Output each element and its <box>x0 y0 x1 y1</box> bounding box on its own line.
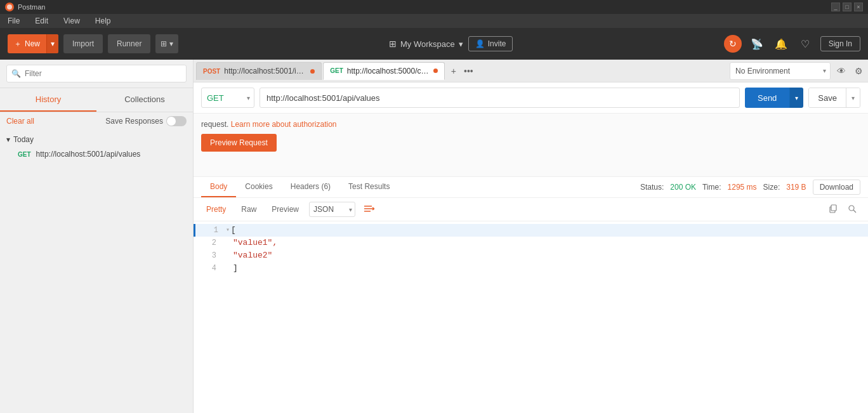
history-section: ▾ Today GET http://localhost:5001/api/va… <box>0 130 193 164</box>
response-tab-headers[interactable]: Headers (6) <box>282 177 339 197</box>
grid-icon: ⊞ <box>389 39 397 49</box>
more-tabs-button[interactable]: ••• <box>461 65 476 77</box>
runner-button[interactable]: Runner <box>108 34 150 53</box>
copy-icon-button[interactable] <box>825 203 841 216</box>
sign-in-button[interactable]: Sign In <box>820 36 860 51</box>
minimize-btn[interactable]: _ <box>831 3 840 11</box>
env-eye-button[interactable]: 👁 <box>834 65 848 77</box>
save-dropdown-button[interactable]: ▾ <box>846 88 860 107</box>
today-label: Today <box>13 135 34 144</box>
satellite-icon[interactable]: 📡 <box>748 35 766 53</box>
response-tab-test-results[interactable]: Test Results <box>339 177 398 197</box>
format-raw-button[interactable]: Raw <box>236 202 261 216</box>
send-button[interactable]: Send <box>745 88 789 108</box>
code-content-2: "value1", <box>233 237 277 249</box>
code-line-4: 4 ] <box>194 262 868 275</box>
chevron-down-icon: ▾ <box>6 135 10 144</box>
notification-icon[interactable]: 🔔 <box>772 35 790 53</box>
method-select-wrap: GET POST PUT DELETE ▾ <box>201 88 254 108</box>
format-pretty-button[interactable]: Pretty <box>201 202 231 216</box>
time-label: Time: <box>702 183 721 192</box>
svg-rect-5 <box>831 205 836 211</box>
clear-all-button[interactable]: Clear all <box>6 117 34 126</box>
response-tabs-left: Body Cookies Headers (6) Test Results <box>201 177 398 197</box>
today-header[interactable]: ▾ Today <box>6 133 187 147</box>
menu-help[interactable]: Help <box>93 15 114 27</box>
code-content-3: "value2" <box>233 249 272 262</box>
wrap-icon-button[interactable] <box>360 203 378 216</box>
menu-edit[interactable]: Edit <box>32 15 51 27</box>
expand-icon-1[interactable]: ▾ <box>226 224 230 237</box>
line-num-1: 1 <box>201 224 218 237</box>
env-gear-button[interactable]: ⚙ <box>852 65 865 77</box>
title-bar-left: Postman <box>5 3 45 11</box>
plus-icon: ＋ <box>14 39 22 49</box>
sync-icon[interactable]: ↻ <box>724 35 742 53</box>
tab-method-get: GET <box>330 67 343 74</box>
history-url: http://localhost:5001/api/values <box>36 150 141 159</box>
history-item[interactable]: GET http://localhost:5001/api/values <box>6 147 187 162</box>
env-chevron-icon: ▾ <box>819 67 830 74</box>
auth-text: request. <box>201 120 228 129</box>
line-num-3: 3 <box>199 249 216 262</box>
save-responses-toggle-label: Save Responses <box>105 116 187 126</box>
response-tab-body[interactable]: Body <box>201 177 236 197</box>
response-tabs-bar: Body Cookies Headers (6) Test Results St… <box>194 177 868 198</box>
format-preview-button[interactable]: Preview <box>266 202 304 216</box>
learn-more-link[interactable]: Learn more about authorization <box>231 120 337 129</box>
title-bar: Postman _ □ × <box>0 0 868 14</box>
time-value: 1295 ms <box>728 183 757 192</box>
line-num-4: 4 <box>199 262 216 275</box>
new-btn-arrow[interactable]: ▾ <box>46 34 58 53</box>
method-select[interactable]: GET POST PUT DELETE <box>202 93 243 103</box>
svg-point-6 <box>849 206 854 211</box>
new-btn-main: ＋ New <box>8 39 46 49</box>
status-label: Status: <box>640 183 664 192</box>
auth-notice: request. Learn more about authorization <box>201 120 860 129</box>
search-icon: 🔍 <box>11 69 21 78</box>
window-controls[interactable]: _ □ × <box>831 3 863 11</box>
request-tab-2[interactable]: GET http://localhost:5000/connect/to <box>323 62 445 80</box>
add-tab-button[interactable]: + <box>449 65 459 77</box>
content-area: POST http://localhost:5001/identity GET … <box>194 60 868 413</box>
preview-request-button[interactable]: Preview Request <box>201 134 277 152</box>
code-content-4: ] <box>233 262 238 275</box>
workspace-name: My Workspace <box>400 39 455 49</box>
method-badge-get: GET <box>18 151 31 158</box>
toolbar-right: ↻ 📡 🔔 ♡ Sign In <box>724 35 860 53</box>
line-num-2: 2 <box>199 237 216 249</box>
menu-file[interactable]: File <box>5 15 22 27</box>
app-logo <box>5 3 14 11</box>
close-btn[interactable]: × <box>854 3 863 11</box>
sidebar-tab-collections[interactable]: Collections <box>96 88 193 112</box>
sidebar-search-wrap: 🔍 <box>6 65 187 82</box>
workspace-button[interactable]: ⊞ My Workspace ▾ <box>389 39 463 49</box>
tab-url-1: http://localhost:5001/identity <box>224 67 306 75</box>
send-dropdown-button[interactable]: ▾ <box>789 88 803 108</box>
url-input[interactable] <box>260 88 740 108</box>
sidebar-tab-history[interactable]: History <box>0 88 96 112</box>
filter-input[interactable] <box>6 65 187 82</box>
maximize-btn[interactable]: □ <box>843 3 852 11</box>
import-button[interactable]: Import <box>63 34 103 53</box>
method-chevron-icon: ▾ <box>243 95 254 102</box>
json-format-select[interactable]: JSON <box>310 205 346 214</box>
resp-format-right <box>825 203 860 216</box>
tab-dot-2 <box>433 69 438 73</box>
save-button[interactable]: Save <box>809 88 846 107</box>
download-button[interactable]: Download <box>813 180 860 195</box>
toolbar: ＋ New ▾ Import Runner ⊞ ▾ ⊞ My Workspace… <box>0 28 868 60</box>
search-icon-button[interactable] <box>844 203 860 216</box>
extra-button[interactable]: ⊞ ▾ <box>155 34 178 53</box>
new-button[interactable]: ＋ New ▾ <box>8 34 58 53</box>
svg-line-7 <box>853 210 856 213</box>
status-value: 200 OK <box>670 183 696 192</box>
json-select-wrap: JSON ▾ <box>309 202 355 217</box>
save-responses-toggle[interactable] <box>166 116 187 126</box>
response-tab-cookies[interactable]: Cookies <box>236 177 281 197</box>
heart-icon[interactable]: ♡ <box>796 35 814 53</box>
env-select[interactable]: No Environment <box>730 67 819 75</box>
invite-button[interactable]: 👤 Invite <box>468 36 513 51</box>
request-tab-1[interactable]: POST http://localhost:5001/identity <box>196 62 322 80</box>
menu-view[interactable]: View <box>61 15 82 27</box>
